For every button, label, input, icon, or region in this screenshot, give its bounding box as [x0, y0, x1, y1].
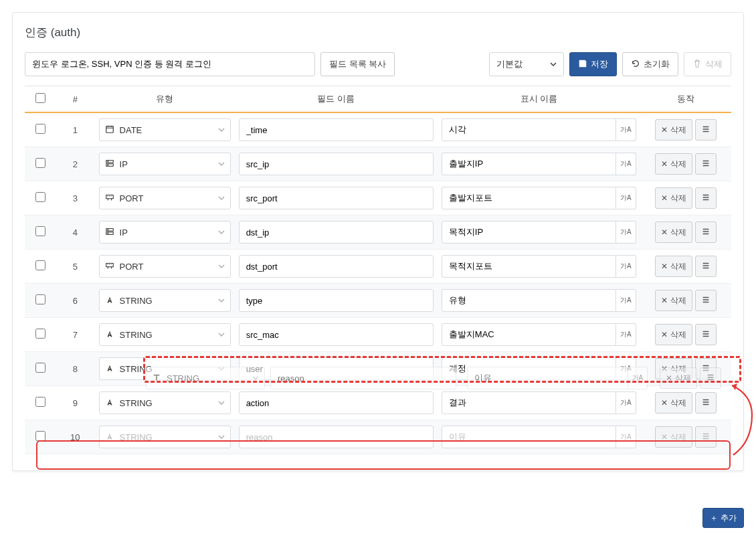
chevron-down-icon [218, 330, 225, 340]
display-name-input[interactable] [442, 426, 616, 448]
type-select[interactable]: STRING [99, 391, 231, 414]
reset-button-label: 초기화 [644, 58, 670, 70]
drag-handle-icon [701, 124, 711, 136]
display-name-input[interactable] [442, 391, 616, 414]
description-input[interactable] [25, 52, 315, 76]
drag-handle-icon [701, 432, 711, 443]
field-name-input[interactable] [239, 221, 434, 244]
drag-handle-icon [701, 193, 711, 204]
svg-point-3 [107, 161, 108, 161]
type-select[interactable]: STRING [99, 357, 231, 380]
type-select[interactable]: STRING [99, 426, 231, 448]
chevron-down-icon [218, 159, 225, 169]
display-name-input[interactable] [442, 187, 616, 209]
type-select[interactable]: PORT [99, 187, 231, 209]
field-name-input[interactable] [239, 323, 434, 346]
field-name-input[interactable] [239, 357, 434, 380]
row-drag-handle[interactable] [695, 290, 717, 311]
row-delete-button[interactable]: ✕ 삭제 [655, 119, 692, 141]
type-select-label: STRING [120, 296, 153, 306]
string-type-icon [105, 397, 114, 409]
drag-handle-icon [701, 159, 711, 170]
row-checkbox[interactable] [35, 124, 45, 134]
display-name-input[interactable] [442, 221, 616, 244]
type-select[interactable]: PORT [99, 255, 231, 278]
row-delete-button[interactable]: ✕ 삭제 [655, 392, 692, 414]
row-index: 7 [56, 318, 95, 352]
drag-handle-icon [701, 397, 711, 409]
field-name-input[interactable] [239, 426, 434, 448]
row-drag-handle[interactable] [695, 187, 717, 209]
row-checkbox[interactable] [35, 158, 45, 168]
row-checkbox[interactable] [35, 431, 45, 441]
field-name-input[interactable] [239, 187, 434, 209]
type-select[interactable]: DATE [99, 118, 231, 141]
copy-fields-button[interactable]: 필드 목록 복사 [320, 52, 395, 76]
row-drag-handle[interactable] [695, 426, 717, 448]
row-drag-handle[interactable] [695, 221, 717, 243]
row-drag-handle[interactable] [695, 153, 717, 175]
row-checkbox[interactable] [35, 192, 45, 202]
field-name-input[interactable] [239, 255, 434, 278]
locale-button[interactable]: 가A [616, 118, 636, 141]
row-delete-button[interactable]: ✕ 삭제 [655, 221, 692, 243]
row-drag-handle[interactable] [695, 119, 717, 141]
row-delete-button[interactable]: ✕ 삭제 [655, 153, 692, 175]
row-drag-handle[interactable] [695, 358, 717, 379]
row-checkbox[interactable] [35, 397, 45, 407]
row-index: 10 [56, 420, 95, 454]
row-delete-button[interactable]: ✕ 삭제 [655, 256, 692, 277]
save-button[interactable]: 저장 [569, 52, 617, 76]
locale-button[interactable]: 가A [616, 323, 636, 346]
row-checkbox[interactable] [35, 260, 45, 270]
row-delete-button[interactable]: ✕ 삭제 [655, 290, 692, 311]
port-type-icon [105, 193, 114, 204]
row-checkbox[interactable] [35, 226, 45, 236]
locale-button[interactable]: 가A [616, 187, 636, 209]
display-name-input[interactable] [442, 357, 616, 380]
field-name-input[interactable] [239, 289, 434, 312]
delete-top-button[interactable]: 삭제 [684, 52, 731, 76]
row-index: 4 [56, 215, 95, 250]
row-drag-handle[interactable] [695, 256, 717, 277]
default-dropdown[interactable]: 기본값 [489, 52, 564, 76]
locale-button[interactable]: 가A [616, 391, 636, 414]
reset-button[interactable]: 초기화 [622, 52, 678, 76]
type-select[interactable]: STRING [99, 323, 231, 346]
row-drag-handle[interactable] [695, 324, 717, 345]
locale-button[interactable]: 가A [616, 255, 636, 278]
row-checkbox[interactable] [35, 329, 45, 339]
row-index: 5 [56, 250, 95, 284]
locale-button[interactable]: 가A [616, 153, 636, 175]
row-delete-button[interactable]: ✕ 삭제 [655, 358, 692, 379]
row-checkbox[interactable] [35, 294, 45, 304]
add-button[interactable]: ＋ 추가 [702, 508, 744, 528]
display-name-input[interactable] [442, 255, 616, 278]
display-name-input[interactable] [442, 289, 616, 312]
row-delete-button[interactable]: ✕ 삭제 [655, 426, 692, 448]
drag-handle-icon [701, 261, 711, 272]
field-name-input[interactable] [239, 118, 434, 141]
close-icon: ✕ [661, 125, 668, 134]
display-name-input[interactable] [442, 118, 616, 141]
type-select[interactable]: STRING [99, 289, 231, 312]
row-checkbox[interactable] [35, 363, 45, 373]
locale-button[interactable]: 가A [616, 357, 636, 380]
drag-handle-icon [701, 227, 711, 238]
row-delete-button[interactable]: ✕ 삭제 [655, 324, 692, 345]
select-all-checkbox[interactable] [35, 93, 45, 103]
type-select[interactable]: IP [99, 221, 231, 244]
locale-button[interactable]: 가A [616, 426, 636, 448]
display-name-input[interactable] [442, 323, 616, 346]
field-name-input[interactable] [239, 153, 434, 175]
row-delete-button[interactable]: ✕ 삭제 [655, 187, 692, 209]
row-drag-handle[interactable] [695, 392, 717, 414]
chevron-down-icon [550, 60, 557, 70]
locale-button[interactable]: 가A [616, 289, 636, 312]
locale-button[interactable]: 가A [616, 221, 636, 244]
field-name-input[interactable] [239, 391, 434, 414]
display-name-input[interactable] [442, 153, 616, 175]
chevron-down-icon [218, 364, 225, 374]
chevron-down-icon [218, 193, 225, 203]
type-select[interactable]: IP [99, 153, 231, 175]
